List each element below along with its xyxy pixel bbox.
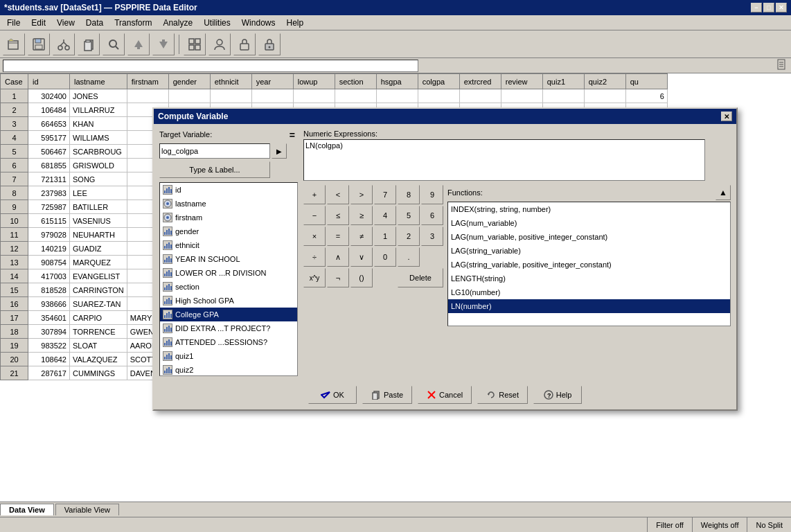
cell-value[interactable]: 725987: [28, 200, 70, 214]
tab-data-view[interactable]: Data View: [0, 504, 54, 515]
cell-value[interactable]: [501, 89, 542, 103]
target-variable-input[interactable]: [159, 143, 270, 159]
variable-list[interactable]: idlastnamefirstnamgenderethnicitYEAR IN …: [159, 182, 298, 376]
calc-0[interactable]: 0: [374, 247, 396, 267]
cell-value[interactable]: 287617: [28, 366, 70, 380]
case-number[interactable]: 14: [1, 269, 28, 283]
calc-9[interactable]: 9: [421, 185, 443, 204]
calc-multiply[interactable]: ×: [303, 227, 326, 246]
calc-5[interactable]: 5: [398, 206, 420, 225]
case-number[interactable]: 20: [1, 353, 28, 366]
calc-lt[interactable]: <: [327, 185, 349, 204]
calc-and[interactable]: ∧: [327, 247, 349, 267]
calc-gte[interactable]: ≥: [350, 206, 373, 225]
menu-utilities[interactable]: Utilities: [198, 17, 236, 29]
case-number[interactable]: 6: [1, 159, 28, 172]
variable-list-item[interactable]: quiz2: [160, 363, 297, 376]
function-list-item[interactable]: LG10(number): [448, 285, 730, 299]
cell-value[interactable]: 108642: [28, 353, 70, 366]
calc-1[interactable]: 1: [374, 227, 396, 246]
calc-minus[interactable]: −: [303, 206, 326, 225]
case-number[interactable]: 10: [1, 214, 28, 228]
calc-4[interactable]: 4: [374, 206, 396, 225]
cell-value[interactable]: 938666: [28, 297, 70, 311]
move-up-button[interactable]: [127, 33, 150, 55]
cell-value[interactable]: 681855: [28, 159, 70, 172]
menu-edit[interactable]: Edit: [26, 17, 51, 29]
cell-text[interactable]: CARPIO: [70, 311, 127, 325]
cell-text[interactable]: WILLIAMS: [70, 131, 127, 145]
calc-gt[interactable]: >: [350, 185, 373, 204]
cell-value[interactable]: 354601: [28, 311, 70, 325]
calc-plus[interactable]: +: [303, 185, 326, 204]
calc-dot[interactable]: .: [398, 247, 420, 267]
variable-list-item[interactable]: id: [160, 183, 297, 197]
cell-value[interactable]: 615115: [28, 214, 70, 228]
compute-dialog-close-button[interactable]: ✕: [721, 112, 732, 121]
cell-value[interactable]: 140219: [28, 242, 70, 256]
case-number[interactable]: 7: [1, 172, 28, 186]
cell-value[interactable]: 721311: [28, 172, 70, 186]
maximize-button[interactable]: □: [763, 3, 774, 12]
cell-value[interactable]: [168, 89, 210, 103]
cell-text[interactable]: TORRENCE: [70, 325, 127, 339]
cell-text[interactable]: GRISWOLD: [70, 159, 127, 172]
function-list-item[interactable]: LENGTH(string): [448, 272, 730, 285]
arrow-button[interactable]: ▶: [272, 143, 287, 159]
variable-list-item[interactable]: YEAR IN SCHOOL: [160, 252, 297, 266]
cell-value[interactable]: 506467: [28, 145, 70, 159]
cell-text[interactable]: JONES: [70, 89, 127, 103]
function-list-item[interactable]: INDEX(string, string, number): [448, 202, 730, 216]
variable-list-item[interactable]: lastname: [160, 197, 297, 211]
ok-button[interactable]: OK: [308, 386, 357, 404]
cell-value[interactable]: [376, 89, 418, 103]
cell-value[interactable]: 595177: [28, 131, 70, 145]
menu-windows[interactable]: Windows: [236, 17, 281, 29]
function-list-item[interactable]: LN(number): [448, 299, 730, 313]
cell-text[interactable]: VASENIUS: [70, 214, 127, 228]
case-number[interactable]: 16: [1, 297, 28, 311]
calc-lte[interactable]: ≤: [327, 206, 349, 225]
menu-data[interactable]: Data: [80, 17, 109, 29]
cancel-button[interactable]: Cancel: [418, 386, 472, 404]
functions-scroll-up-button[interactable]: ▲: [716, 185, 731, 200]
cell-value[interactable]: 302400: [28, 89, 70, 103]
close-button[interactable]: ✕: [776, 3, 787, 12]
menu-file[interactable]: File: [1, 17, 26, 29]
function-list-item[interactable]: LAG(string_variable, positive_integer_co…: [448, 258, 730, 272]
cell-value[interactable]: 983522: [28, 339, 70, 353]
cell-text[interactable]: KHAN: [70, 117, 127, 131]
cell-text[interactable]: BATILLER: [70, 200, 127, 214]
menu-transform[interactable]: Transform: [109, 17, 157, 29]
calc-eq[interactable]: =: [327, 227, 349, 246]
calc-7[interactable]: 7: [374, 185, 396, 204]
cell-text[interactable]: VALAZQUEZ: [70, 353, 127, 366]
cell-text[interactable]: SONG: [70, 172, 127, 186]
variable-list-item[interactable]: ethnicit: [160, 238, 297, 252]
cell-value[interactable]: 237983: [28, 186, 70, 200]
move-down-button[interactable]: [152, 33, 175, 55]
function-list-item[interactable]: LAG(num_variable): [448, 216, 730, 230]
calc-power[interactable]: x^y: [303, 268, 326, 287]
case-number[interactable]: 18: [1, 325, 28, 339]
numeric-expression-box[interactable]: LN(colgpa): [303, 139, 705, 181]
cell-text[interactable]: CARRINGTON: [70, 283, 127, 297]
calc-or[interactable]: ∨: [350, 247, 373, 267]
cell-value[interactable]: 908754: [28, 256, 70, 269]
variable-list-item[interactable]: gender: [160, 224, 297, 238]
cell-text[interactable]: MARQUEZ: [70, 256, 127, 269]
calc-8[interactable]: 8: [398, 185, 420, 204]
case-number[interactable]: 12: [1, 242, 28, 256]
calc-2[interactable]: 2: [398, 227, 420, 246]
calc-delete[interactable]: Delete: [398, 268, 443, 287]
tab-variable-view[interactable]: Variable View: [55, 504, 119, 515]
minimize-button[interactable]: −: [751, 3, 762, 12]
case-number[interactable]: 15: [1, 283, 28, 297]
cell-value[interactable]: [335, 89, 376, 103]
function-list-item[interactable]: LAG(num_variable, positive_integer_const…: [448, 230, 730, 244]
cell-text[interactable]: [127, 89, 168, 103]
variable-list-item[interactable]: High School GPA: [160, 294, 297, 308]
functions-list[interactable]: INDEX(string, string, number)LAG(num_var…: [447, 202, 731, 326]
open-file-button[interactable]: [3, 33, 25, 55]
calc-neq[interactable]: ≠: [350, 227, 373, 246]
